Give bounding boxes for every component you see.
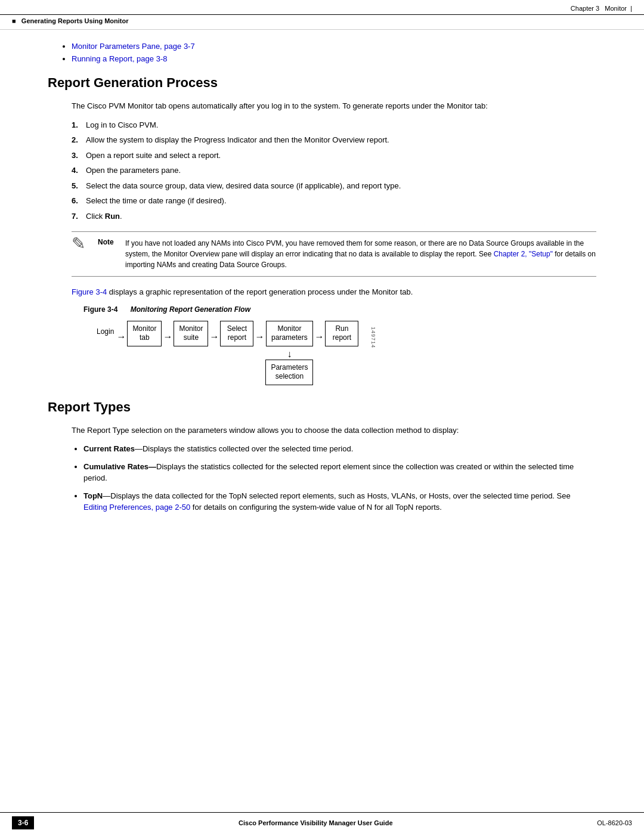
flow-node-monitor-suite: Monitorsuite [174,321,208,346]
flow-arrow: → [253,332,265,342]
bullet-text: Displays the data collected for the TopN… [110,491,570,500]
page-subheader: ■ Generating Reports Using Monitor [0,15,644,30]
section-label: Monitor [605,5,627,12]
flow-node-monitor-tab: Monitortab [127,321,162,346]
step-text: Select the data source group, data view,… [86,180,401,192]
step-text: Click Run. [86,210,122,222]
bullet-text2: for details on configuring the system-wi… [190,503,442,512]
note-text: If you have not loaded any NAMs into Cis… [125,238,596,270]
section2-heading: Report Types [48,400,596,415]
flow-run-report: Runreport [325,321,358,346]
flow-monitor-parameters: Monitorparameters ↓ Parametersselection [265,321,313,385]
list-item: 4. Open the parameters pane. [72,165,596,176]
note-link[interactable]: Chapter 2, "Setup" [494,250,553,258]
footer-page-num: 3-6 [12,816,34,829]
note-label: Note [98,238,119,246]
flow-login: Login [95,321,115,339]
steps-list: 1. Log in to Cisco PVM. 2. Allow the sys… [72,119,596,222]
list-item: Current Rates—Displays the statistics co… [83,443,596,455]
bullet-text: Displays the statistics collected for th… [83,462,574,483]
bullet-text: Displays the statistics collected over t… [143,444,353,453]
list-item: 2. Allow the system to display the Progr… [72,134,596,146]
list-item: 3. Open a report suite and select a repo… [72,150,596,162]
list-item: 6. Select the time or date range (if des… [72,195,596,207]
flow-node-parameters-selection: Parametersselection [265,360,313,385]
step-num: 6. [72,195,82,207]
step-num: 3. [72,150,82,162]
step-text: Log in to Cisco PVM. [86,119,158,131]
chapter-label: Chapter 3 [571,5,599,12]
note-icon: ✎ [72,236,89,252]
flow-arrow: → [313,332,325,342]
flow-arrow: → [115,332,127,342]
list-item: Monitor Parameters Pane, page 3-7 [72,42,596,51]
flow-select-report: Selectreport [220,321,253,346]
flow-sub: ↓ Parametersselection [265,349,313,385]
page-footer: 3-6 Cisco Performance Visibility Manager… [0,812,644,833]
footer-right: OL-8620-03 [597,819,632,826]
figure-sidebar-num: 149714 [370,327,376,348]
top-link-list: Monitor Parameters Pane, page 3-7 Runnin… [72,42,596,63]
report-types-list: Current Rates—Displays the statistics co… [83,443,596,513]
step-text: Allow the system to display the Progress… [86,134,389,146]
subheader-icon: ■ [12,17,16,24]
list-item: 7. Click Run. [72,210,596,222]
bullet-bold: Cumulative Rates— [83,462,156,471]
figure-ref-link[interactable]: Figure 3-4 [72,287,107,296]
step-num: 1. [72,119,82,131]
flow-node-monitor-parameters: Monitorparameters [266,321,313,346]
flow-arrow: → [208,332,220,342]
page-header: Chapter 3 Monitor | [0,0,644,15]
step-num: 2. [72,134,82,146]
bullet-bold: Current Rates [83,444,135,453]
step-text: Select the time or date range (if desire… [86,195,227,207]
bullet-bold: TopN [83,491,103,500]
flow-node-select-report: Selectreport [220,321,253,346]
list-item: Cumulative Rates—Displays the statistics… [83,461,596,484]
section2-intro: The Report Type selection on the paramet… [72,425,596,436]
main-content: Monitor Parameters Pane, page 3-7 Runnin… [0,30,644,532]
list-item: 5. Select the data source group, data vi… [72,180,596,192]
list-item: TopN—Displays the data collected for the… [83,490,596,513]
flow-arrow: → [162,332,174,342]
figure-container: Figure 3-4 Monitoring Report Generation … [83,305,596,385]
step-num: 5. [72,180,82,192]
step-num: 7. [72,210,82,222]
list-item: Running a Report, page 3-8 [72,54,596,63]
section1-intro: The Cisco PVM Monitor tab opens automati… [72,100,596,112]
flow-monitor-suite: Monitorsuite [174,321,208,346]
flow-node-login: Login [95,324,115,339]
step-num: 4. [72,165,82,176]
footer-center: Cisco Performance Visibility Manager Use… [239,819,392,826]
flow-monitor-tab: Monitortab [127,321,162,346]
figure-caption: Figure 3-4 Monitoring Report Generation … [83,305,596,314]
subheader-text: Generating Reports Using Monitor [21,17,129,24]
flow-node-run-report: Runreport [325,321,358,346]
section1-heading: Report Generation Process [48,75,596,91]
note-box: ✎ Note If you have not loaded any NAMs i… [72,231,596,277]
bullet-link[interactable]: Editing Preferences, page 2-50 [83,503,190,512]
step-text: Open a report suite and select a report. [86,150,221,162]
link-monitor-params[interactable]: Monitor Parameters Pane, page 3-7 [72,42,195,51]
link-running-report[interactable]: Running a Report, page 3-8 [72,54,167,63]
figure-ref: Figure 3-4 displays a graphic representa… [72,286,596,298]
list-item: 1. Log in to Cisco PVM. [72,119,596,131]
flow-diagram: Login → Monitortab → Monitorsuite → [95,321,358,385]
step-text: Open the parameters pane. [86,165,181,176]
